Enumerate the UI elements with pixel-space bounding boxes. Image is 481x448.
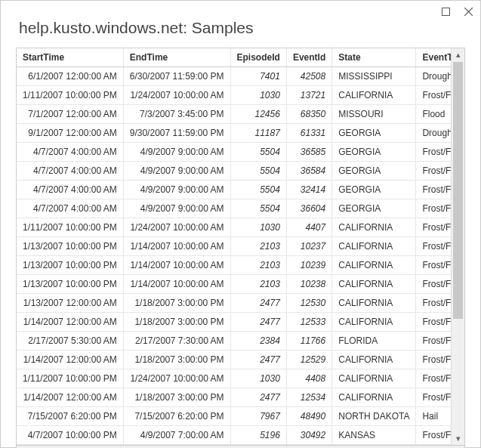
table-row[interactable]: 4/7/2007 4:00:00 AM4/9/2007 9:00:00 AM55… <box>17 181 451 199</box>
cell-endtime: 1/18/2007 3:00:00 PM <box>123 294 230 313</box>
cell-eventtype: Frost/Freeze <box>416 143 451 162</box>
cell-state: CALIFORNIA <box>332 218 416 237</box>
cell-episodeid: 2477 <box>230 388 286 407</box>
cell-eventid: 13721 <box>286 86 331 105</box>
scroll-thumb[interactable] <box>453 62 463 319</box>
scroll-up-icon[interactable]: ▴ <box>452 50 464 60</box>
vertical-scrollbar[interactable]: ▴ ▾ <box>451 48 464 445</box>
cell-eventid: 12534 <box>286 388 331 407</box>
table-row[interactable]: 2/17/2007 5:30:00 AM2/17/2007 7:30:00 AM… <box>17 332 451 351</box>
cell-starttime: 1/13/2007 10:00:00 PM <box>17 275 123 294</box>
col-eventid[interactable]: EventId <box>286 48 331 67</box>
cell-endtime: 1/18/2007 3:00:00 PM <box>123 351 230 369</box>
cell-starttime: 4/7/2007 4:00:00 AM <box>17 143 123 162</box>
titlebar <box>1 1 480 17</box>
col-episodeid[interactable]: EpisodeId <box>230 48 286 67</box>
cell-eventtype: Frost/Freeze <box>416 294 451 313</box>
cell-eventtype: Frost/Freeze <box>416 351 451 369</box>
cell-starttime: 1/13/2007 10:00:00 PM <box>17 237 123 256</box>
table-row[interactable]: 4/7/2007 4:00:00 AM4/9/2007 9:00:00 AM55… <box>17 199 451 218</box>
cell-endtime: 4/9/2007 9:00:00 AM <box>123 162 230 181</box>
col-eventtype[interactable]: EventType <box>416 48 451 67</box>
table-row[interactable]: 1/14/2007 12:00:00 AM1/18/2007 3:00:00 P… <box>17 388 451 407</box>
cell-eventtype: Frost/Freeze <box>416 237 451 256</box>
cell-episodeid: 1030 <box>230 218 286 237</box>
table-row[interactable]: 1/11/2007 10:00:00 PM1/24/2007 10:00:00 … <box>17 369 451 388</box>
table-row[interactable]: 1/13/2007 10:00:00 PM1/14/2007 10:00:00 … <box>17 256 451 275</box>
cell-starttime: 1/14/2007 12:00:00 AM <box>17 388 123 407</box>
table-row[interactable]: 1/13/2007 12:00:00 AM1/18/2007 3:00:00 P… <box>17 294 451 313</box>
cell-starttime: 1/14/2007 12:00:00 AM <box>17 313 123 332</box>
scroll-down-icon[interactable]: ▾ <box>452 434 464 443</box>
table-row[interactable]: 1/13/2007 10:00:00 PM1/14/2007 10:00:00 … <box>17 237 451 256</box>
cell-state: CALIFORNIA <box>332 351 416 369</box>
cell-eventid: 30492 <box>286 426 331 445</box>
cell-state: MISSOURI <box>332 105 416 124</box>
col-starttime[interactable]: StartTime <box>17 48 123 67</box>
cell-eventtype: Frost/Freeze <box>416 426 451 445</box>
cell-eventid: 36604 <box>286 199 331 218</box>
cell-endtime: 4/9/2007 9:00:00 AM <box>123 143 230 162</box>
cell-state: GEORGIA <box>332 124 416 143</box>
cell-episodeid: 7967 <box>230 407 286 426</box>
cell-endtime: 6/30/2007 11:59:00 PM <box>123 67 230 86</box>
cell-starttime: 1/13/2007 12:00:00 AM <box>17 294 123 313</box>
cell-eventtype: Frost/Freeze <box>416 313 451 332</box>
cell-starttime: 1/14/2007 12:00:00 AM <box>17 351 123 369</box>
cell-eventtype: Frost/Freeze <box>416 181 451 199</box>
table-row[interactable]: 4/7/2007 4:00:00 AM4/9/2007 9:00:00 AM55… <box>17 143 451 162</box>
table-row[interactable]: 1/11/2007 10:00:00 PM1/24/2007 10:00:00 … <box>17 86 451 105</box>
cell-episodeid: 2103 <box>230 275 286 294</box>
page-title: help.kusto.windows.net: Samples <box>1 17 480 48</box>
cell-episodeid: 2477 <box>230 313 286 332</box>
cell-eventid: 4407 <box>286 218 331 237</box>
cell-episodeid: 2384 <box>230 332 286 351</box>
maximize-icon[interactable] <box>439 5 452 17</box>
table-row[interactable]: 4/7/2007 4:00:00 AM4/9/2007 9:00:00 AM55… <box>17 162 451 181</box>
cell-eventid: 12529 <box>286 351 331 369</box>
table-row[interactable]: 1/11/2007 10:00:00 PM1/24/2007 10:00:00 … <box>17 218 451 237</box>
table-row[interactable]: 6/1/2007 12:00:00 AM6/30/2007 11:59:00 P… <box>17 67 451 86</box>
cell-episodeid: 5504 <box>230 143 286 162</box>
cell-state: MISSISSIPPI <box>332 67 416 86</box>
cell-episodeid: 7401 <box>230 67 286 86</box>
svg-rect-0 <box>442 8 449 15</box>
cell-state: CALIFORNIA <box>332 237 416 256</box>
cell-eventtype: Drought <box>416 67 451 86</box>
cell-eventid: 10237 <box>286 237 331 256</box>
cell-starttime: 7/1/2007 12:00:00 AM <box>17 105 123 124</box>
table-row[interactable]: 7/15/2007 6:20:00 PM7/15/2007 6:20:00 PM… <box>17 407 451 426</box>
cell-endtime: 1/14/2007 10:00:00 AM <box>123 256 230 275</box>
cell-endtime: 1/24/2007 10:00:00 AM <box>123 86 230 105</box>
col-endtime[interactable]: EndTime <box>123 48 230 67</box>
cell-eventtype: Frost/Freeze <box>416 256 451 275</box>
cell-eventtype: Frost/Freeze <box>416 218 451 237</box>
cell-episodeid: 5196 <box>230 426 286 445</box>
table-row[interactable]: 1/13/2007 10:00:00 PM1/14/2007 10:00:00 … <box>17 275 451 294</box>
cell-episodeid: 11187 <box>230 124 286 143</box>
close-icon[interactable] <box>462 5 474 17</box>
cell-state: GEORGIA <box>332 143 416 162</box>
cell-eventtype: Frost/Freeze <box>416 86 451 105</box>
cell-episodeid: 2477 <box>230 294 286 313</box>
cell-episodeid: 2477 <box>230 351 286 369</box>
cell-eventid: 36584 <box>286 162 331 181</box>
cell-state: CALIFORNIA <box>332 275 416 294</box>
cell-starttime: 4/7/2007 4:00:00 AM <box>17 181 123 199</box>
table-row[interactable]: 1/14/2007 12:00:00 AM1/18/2007 3:00:00 P… <box>17 313 451 332</box>
cell-endtime: 9/30/2007 11:59:00 PM <box>123 124 230 143</box>
cell-endtime: 1/18/2007 3:00:00 PM <box>123 313 230 332</box>
cell-state: GEORGIA <box>332 181 416 199</box>
cell-starttime: 4/7/2007 4:00:00 AM <box>17 199 123 218</box>
cell-state: CALIFORNIA <box>332 256 416 275</box>
table-row[interactable]: 4/7/2007 10:00:00 PM4/9/2007 7:00:00 AM5… <box>17 426 451 445</box>
cell-episodeid: 2103 <box>230 256 286 275</box>
cell-eventtype: Hail <box>416 407 451 426</box>
table-row[interactable]: 1/14/2007 12:00:00 AM1/18/2007 3:00:00 P… <box>17 351 451 369</box>
table-row[interactable]: 7/1/2007 12:00:00 AM7/3/2007 3:45:00 PM1… <box>17 105 451 124</box>
cell-eventid: 12533 <box>286 313 331 332</box>
cell-episodeid: 1030 <box>230 369 286 388</box>
col-state[interactable]: State <box>332 48 416 67</box>
cell-eventid: 36585 <box>286 143 331 162</box>
table-row[interactable]: 9/1/2007 12:00:00 AM9/30/2007 11:59:00 P… <box>17 124 451 143</box>
